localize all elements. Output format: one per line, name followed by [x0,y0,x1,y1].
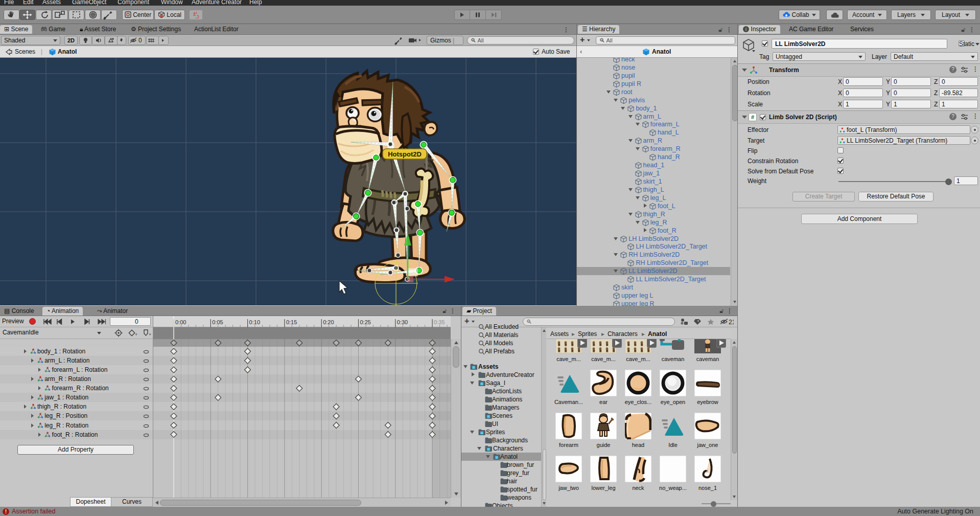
svg-text:0:10: 0:10 [249,319,260,325]
svg-text:0:15: 0:15 [286,319,297,325]
svg-text:Hotspot2D: Hotspot2D [388,150,422,158]
svg-text:0:00: 0:00 [175,319,186,325]
svg-text:0:25: 0:25 [360,319,371,325]
svg-text:0:30: 0:30 [397,319,408,325]
svg-text:+: + [135,332,137,337]
svg-text:0:20: 0:20 [323,319,334,325]
svg-text:0: 0 [138,37,142,44]
svg-text:+: + [149,332,151,337]
svg-text:0:35: 0:35 [434,319,445,325]
svg-text:0:05: 0:05 [212,319,223,325]
